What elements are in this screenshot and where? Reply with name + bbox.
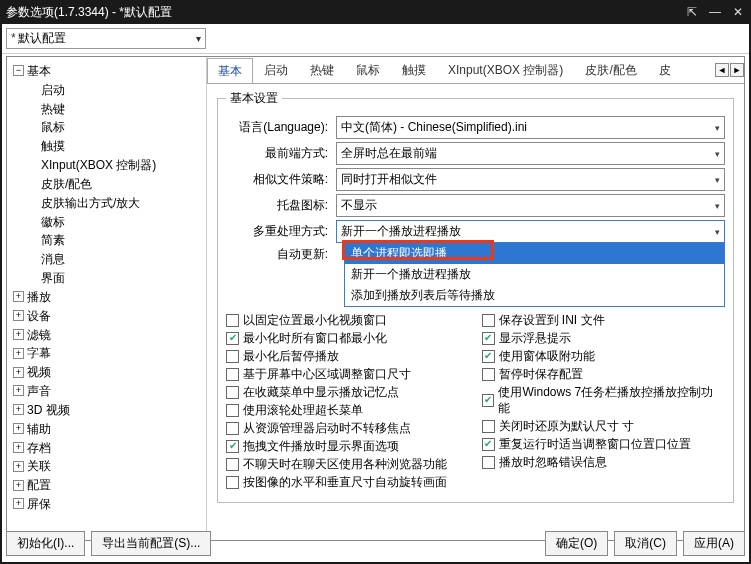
dropdown-option[interactable]: 添加到播放列表后等待播放 — [345, 285, 724, 306]
tree-expand-icon[interactable]: + — [13, 367, 24, 378]
checkbox-item[interactable]: 以固定位置最小化视频窗口 — [226, 312, 470, 328]
checkbox-item[interactable]: 按图像的水平和垂直尺寸自动旋转画面 — [226, 474, 470, 490]
initialize-button[interactable]: 初始化(I)... — [6, 531, 85, 556]
tree-node[interactable]: 简素 — [41, 233, 65, 247]
checkbox-icon — [482, 314, 495, 327]
language-select[interactable]: 中文(简体) - Chinese(Simplified).ini▾ — [336, 116, 725, 139]
dropdown-option[interactable]: 新开一个播放进程播放 — [345, 264, 724, 285]
tree-expand-icon[interactable]: + — [13, 329, 24, 340]
tree-node[interactable]: 消息 — [41, 252, 65, 266]
checkbox-icon: ✔ — [482, 394, 495, 407]
checkbox-label: 从资源管理器启动时不转移焦点 — [243, 420, 411, 436]
checkbox-icon — [226, 368, 239, 381]
tree-node[interactable]: 播放 — [27, 290, 51, 304]
close-icon[interactable]: ✕ — [731, 5, 745, 19]
checkbox-item[interactable]: 暂停时保存配置 — [482, 366, 726, 382]
checkbox-icon — [226, 350, 239, 363]
checkbox-item[interactable]: ✔显示浮悬提示 — [482, 330, 726, 346]
tree-collapse-icon[interactable]: − — [13, 65, 24, 76]
minimize-icon[interactable]: — — [707, 5, 723, 19]
tree-expand-icon[interactable]: + — [13, 480, 24, 491]
basic-settings-group: 基本设置 语言(Language): 中文(简体) - Chinese(Simp… — [217, 90, 734, 503]
dialog-footer: 初始化(I)... 导出当前配置(S)... 确定(O) 取消(C) 应用(A) — [6, 527, 745, 560]
similar-file-select[interactable]: 同时打开相似文件▾ — [336, 168, 725, 191]
checkbox-item[interactable]: 关闭时还原为默认尺寸 寸 — [482, 418, 726, 434]
checkbox-item[interactable]: ✔使用Windows 7任务栏播放控播放控制功能 — [482, 384, 726, 416]
tree-expand-icon[interactable]: + — [13, 442, 24, 453]
tree-node[interactable]: 视频 — [27, 365, 51, 379]
tree-node[interactable]: 配置 — [27, 478, 51, 492]
tree-node[interactable]: XInput(XBOX 控制器) — [41, 158, 156, 172]
checkbox-label: 重复运行时适当调整窗口位置口位置 — [499, 436, 691, 452]
tab-scroll-left[interactable]: ◄ — [715, 63, 729, 77]
checkbox-item[interactable]: 最小化后暂停播放 — [226, 348, 470, 364]
tree-node[interactable]: 字幕 — [27, 346, 51, 360]
tab[interactable]: 鼠标 — [345, 57, 391, 83]
multi-process-select[interactable]: 新开一个播放进程播放▾ — [336, 220, 725, 243]
tree-node[interactable]: 皮肤/配色 — [41, 177, 92, 191]
checkbox-item[interactable]: 播放时忽略错误信息 — [482, 454, 726, 470]
tab[interactable]: 基本 — [207, 58, 253, 83]
tab-scroll-right[interactable]: ► — [730, 63, 744, 77]
tab[interactable]: 皮 — [648, 57, 682, 83]
tree-node[interactable]: 辅助 — [27, 422, 51, 436]
tree-node[interactable]: 声音 — [27, 384, 51, 398]
multi-process-dropdown: 单个进程即选即播 新开一个播放进程播放 添加到播放列表后等待播放 — [344, 242, 725, 307]
chevron-down-icon: ▾ — [715, 227, 720, 237]
tree-expand-icon[interactable]: + — [13, 498, 24, 509]
tree-node[interactable]: 皮肤输出方式/放大 — [41, 196, 140, 210]
tree-node[interactable]: 触摸 — [41, 139, 65, 153]
title-bar: 参数选项(1.7.3344) - *默认配置 ⇱ — ✕ — [0, 0, 751, 24]
checkbox-item[interactable]: ✔拖拽文件播放时显示界面选项 — [226, 438, 470, 454]
tab[interactable]: 皮肤/配色 — [574, 57, 647, 83]
tree-node[interactable]: 滤镜 — [27, 327, 51, 341]
checkbox-item[interactable]: 保存设置到 INI 文件 — [482, 312, 726, 328]
tree-expand-icon[interactable]: + — [13, 291, 24, 302]
checkbox-item[interactable]: ✔使用窗体吸附功能 — [482, 348, 726, 364]
pin-icon[interactable]: ⇱ — [685, 5, 699, 19]
tree-node[interactable]: 3D 视频 — [27, 403, 70, 417]
checkbox-item[interactable]: ✔最小化时所有窗口都最小化 — [226, 330, 470, 346]
checkbox-item[interactable]: 不聊天时在聊天区使用各种浏览器功能 — [226, 456, 470, 472]
checkbox-item[interactable]: 在收藏菜单中显示播放记忆点 — [226, 384, 470, 400]
tree-node[interactable]: 鼠标 — [41, 120, 65, 134]
checkbox-item[interactable]: 使用滚轮处理超长菜单 — [226, 402, 470, 418]
frontmost-select[interactable]: 全屏时总在最前端▾ — [336, 142, 725, 165]
tree-node[interactable]: 关联 — [27, 459, 51, 473]
export-config-button[interactable]: 导出当前配置(S)... — [91, 531, 211, 556]
checkbox-label: 以固定位置最小化视频窗口 — [243, 312, 387, 328]
ok-button[interactable]: 确定(O) — [545, 531, 608, 556]
tree-node[interactable]: 启动 — [41, 83, 65, 97]
dropdown-option[interactable]: 单个进程即选即播 — [345, 243, 724, 264]
checkbox-item[interactable]: 基于屏幕中心区域调整窗口尺寸 — [226, 366, 470, 382]
checkbox-icon — [482, 368, 495, 381]
checkbox-label: 使用Windows 7任务栏播放控播放控制功能 — [498, 384, 725, 416]
tree-node[interactable]: 徽标 — [41, 214, 65, 228]
tab[interactable]: 触摸 — [391, 57, 437, 83]
tree-expand-icon[interactable]: + — [13, 385, 24, 396]
tree-node[interactable]: 界面 — [41, 271, 65, 285]
tree-expand-icon[interactable]: + — [13, 310, 24, 321]
tree-expand-icon[interactable]: + — [13, 404, 24, 415]
checkbox-item[interactable]: ✔重复运行时适当调整窗口位置口位置 — [482, 436, 726, 452]
tree-expand-icon[interactable]: + — [13, 423, 24, 434]
config-selector[interactable]: *默认配置 ▾ — [6, 28, 206, 49]
tree-node[interactable]: 热键 — [41, 101, 65, 115]
group-legend: 基本设置 — [226, 90, 282, 107]
tree-node[interactable]: 设备 — [27, 309, 51, 323]
cancel-button[interactable]: 取消(C) — [614, 531, 677, 556]
tree-expand-icon[interactable]: + — [13, 348, 24, 359]
category-tree[interactable]: −基本 启动热键鼠标触摸XInput(XBOX 控制器)皮肤/配色皮肤输出方式/… — [7, 57, 207, 540]
tab[interactable]: 启动 — [253, 57, 299, 83]
tree-node[interactable]: 存档 — [27, 440, 51, 454]
checkbox-item[interactable]: 从资源管理器启动时不转移焦点 — [226, 420, 470, 436]
tray-icon-select[interactable]: 不显示▾ — [336, 194, 725, 217]
tab[interactable]: XInput(XBOX 控制器) — [437, 57, 574, 83]
checkbox-label: 最小化时所有窗口都最小化 — [243, 330, 387, 346]
tree-expand-icon[interactable]: + — [13, 461, 24, 472]
language-label: 语言(Language): — [226, 119, 336, 136]
apply-button[interactable]: 应用(A) — [683, 531, 745, 556]
tree-node[interactable]: 屏保 — [27, 497, 51, 511]
tab[interactable]: 热键 — [299, 57, 345, 83]
chevron-down-icon: ▾ — [196, 33, 201, 44]
